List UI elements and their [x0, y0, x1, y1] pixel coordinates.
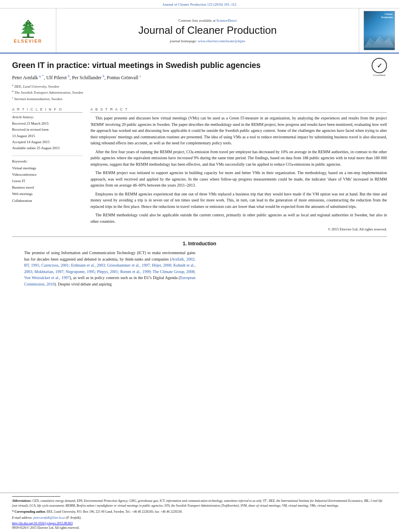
history-revised-label: Received in revised form: [12, 127, 82, 133]
journal-name: Journal of Cleaner Production: [138, 24, 277, 37]
crossmark-badge[interactable]: ✓ CrossMark: [372, 58, 387, 77]
abstract-text: This paper presents and discusses how vi…: [90, 115, 387, 232]
corresponding-author-text: * Corresponding author. IIEE, Lund Unive…: [12, 509, 387, 514]
keyword-5: Web meetings: [12, 191, 82, 197]
copyright-line: © 2015 Elsevier Ltd. All rights reserved…: [90, 227, 387, 232]
abstract-para-3: The REMM project was initiated to suppor…: [90, 170, 387, 189]
keyword-4: Business travel: [12, 184, 82, 191]
affiliation-c: c Stormen kommunikation, Sweden: [12, 96, 387, 102]
history-received: Received 23 March 2015: [12, 121, 82, 127]
abstract-para-2: After the first four years of running th…: [90, 149, 387, 168]
info-abstract-section: A R T I C L E I N F O Article history: R…: [12, 107, 387, 232]
doi-link[interactable]: http://dx.doi.org/10.1016/j.jclepro.2015…: [12, 522, 73, 525]
abstract-panel: A B S T R A C T This paper presents and …: [90, 107, 387, 232]
elsevier-logo-section: ELSEVIER: [0, 8, 56, 53]
journal-title-section: Contents lists available at ScienceDirec…: [56, 8, 359, 53]
elsevier-wordmark: ELSEVIER: [14, 39, 42, 43]
abbreviations-text: Abbreviations: CED, cumulative energy de…: [12, 499, 387, 508]
intro-body: The promise of using Information and Com…: [24, 250, 375, 289]
history-label: Article history:: [12, 115, 82, 119]
svg-rect-1: [22, 37, 33, 38]
keyword-2: Videoconference: [12, 171, 82, 178]
homepage-link[interactable]: www.elsevier.com/locate/jclepro: [198, 39, 245, 43]
history-revised-date: 13 August 2015: [12, 133, 82, 139]
svg-point-10: [27, 25, 29, 26]
introduction-section: 1. Introduction The promise of using Inf…: [12, 241, 387, 289]
keyword-6: Collaboration: [12, 197, 82, 204]
journal-top-bar: Journal of Cleaner Production 123 (2016)…: [0, 0, 399, 8]
sciencedirect-link[interactable]: ScienceDirect: [216, 18, 237, 23]
intro-para-1: The promise of using Information and Com…: [24, 250, 195, 287]
keyword-3: Green IT: [12, 178, 82, 184]
affiliation-a: a IIEE, Lund University, Sweden: [12, 83, 387, 89]
intro-col-right: [204, 250, 375, 289]
abstract-para-4: Employees in the REMM agencies experienc…: [90, 191, 387, 210]
abstract-header: A B S T R A C T: [90, 107, 387, 113]
email-link[interactable]: peter.arnfalk@iiiee.lu.se: [33, 516, 65, 520]
email-text: E-mail address: peter.arnfalk@iiiee.lu.s…: [12, 516, 387, 520]
journal-homepage: journal homepage: www.elsevier.com/locat…: [170, 39, 245, 43]
keywords-label: Keywords:: [12, 159, 82, 163]
svg-point-8: [23, 27, 25, 29]
cover-label: Cleaner Production: [381, 13, 393, 19]
intro-col-left: The promise of using Information and Com…: [24, 250, 195, 289]
authors-line: Peter Arnfalk a, *, Ulf Pilerot b, Per S…: [12, 74, 387, 81]
article-info-header: A R T I C L E I N F O: [12, 107, 82, 113]
svg-marker-4: [21, 27, 35, 34]
affiliations: a IIEE, Lund University, Sweden b The Sw…: [12, 83, 387, 102]
issn-line: 0959-6526/© 2015 Elsevier Ltd. All right…: [12, 526, 387, 530]
abstract-para-1: This paper presents and discusses how vi…: [90, 115, 387, 146]
article-info-panel: A R T I C L E I N F O Article history: R…: [12, 107, 82, 232]
journal-cover-section: Cleaner Production: [359, 8, 399, 53]
svg-point-6: [30, 24, 32, 25]
elsevier-tree-icon: [14, 18, 42, 39]
affiliation-b: b The Swedish Transport Administration, …: [12, 89, 387, 95]
intro-title: 1. Introduction: [24, 241, 375, 246]
keywords-list: Virtual meetings Videoconference Green I…: [12, 165, 82, 204]
svg-point-5: [24, 23, 26, 25]
svg-point-7: [27, 21, 29, 23]
journal-header: ELSEVIER Contents lists available at Sci…: [0, 8, 399, 53]
cover-mountain-svg: [364, 34, 395, 48]
abstract-para-5: The REMM methodology could also be appli…: [90, 212, 387, 224]
footnote-section: Abbreviations: CED, cumulative energy de…: [0, 493, 399, 532]
journal-cover-image: Cleaner Production: [364, 11, 395, 50]
contents-available: Contents lists available at ScienceDirec…: [179, 18, 237, 23]
article-title: Green IT in practice: virtual meetings i…: [12, 60, 387, 70]
svg-point-9: [31, 27, 33, 28]
keyword-1: Virtual meetings: [12, 165, 82, 171]
article-content: ✓ CrossMark Green IT in practice: virtua…: [0, 53, 399, 489]
journal-citation: Journal of Cleaner Production 123 (2016)…: [162, 2, 237, 6]
content-divider: [12, 236, 387, 237]
doi-line[interactable]: http://dx.doi.org/10.1016/j.jclepro.2015…: [12, 522, 387, 525]
history-online: Available online 25 August 2015: [12, 145, 82, 151]
footnote-rule: [12, 496, 60, 497]
history-accepted: Accepted 14 August 2015: [12, 139, 82, 145]
